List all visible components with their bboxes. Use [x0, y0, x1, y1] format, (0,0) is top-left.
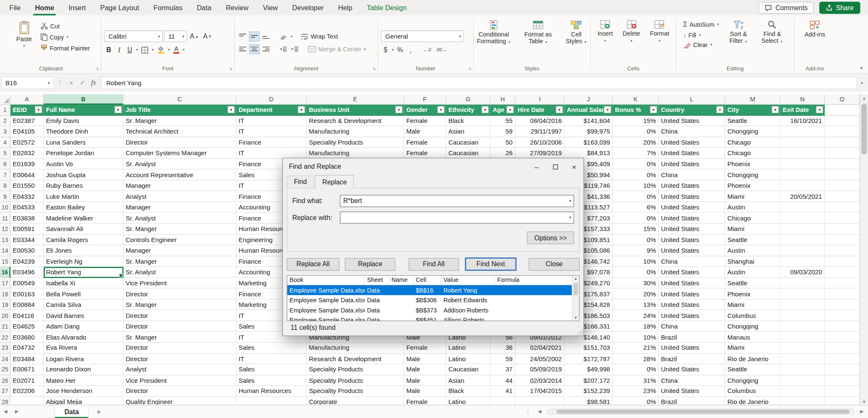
- results-scrollbar[interactable]: ▲ ▼: [572, 276, 579, 320]
- cell-M18[interactable]: Phoenix: [725, 289, 781, 300]
- cell-A11[interactable]: E03838: [11, 213, 44, 224]
- cell-M14[interactable]: Austin: [725, 245, 781, 256]
- tab-home[interactable]: Home: [28, 0, 61, 16]
- cell-H24[interactable]: 59: [490, 354, 515, 365]
- vertical-scrollbar[interactable]: ▲ ▼: [860, 94, 868, 405]
- cell-M20[interactable]: Columbus: [725, 310, 781, 321]
- tab-page-layout[interactable]: Page Layout: [93, 0, 147, 16]
- tab-replace[interactable]: Replace: [315, 175, 354, 188]
- cell-A9[interactable]: E04332: [11, 191, 44, 202]
- cell-C10[interactable]: Manager: [123, 202, 236, 213]
- cell-L19[interactable]: United States: [659, 299, 725, 310]
- enter-formula-icon[interactable]: ✓: [77, 79, 88, 86]
- cell-C7[interactable]: Account Representative: [123, 170, 236, 181]
- result-row-1[interactable]: Employee Sample Data.xlsxData$B$16Robert…: [287, 285, 579, 295]
- cell-F23[interactable]: Female: [404, 343, 446, 354]
- cell-O11[interactable]: [825, 213, 860, 224]
- cell-C16[interactable]: Sr. Analyst: [123, 267, 236, 278]
- cell-M10[interactable]: Austin: [725, 202, 781, 213]
- cell-O8[interactable]: [825, 181, 860, 192]
- merge-center-dropdown-icon[interactable]: ▾: [364, 47, 366, 51]
- column-header-K[interactable]: K: [613, 94, 659, 105]
- cell-B15[interactable]: Everleigh Ng: [44, 256, 123, 267]
- options-button[interactable]: Options >>: [527, 231, 574, 244]
- row-header-23[interactable]: 23: [0, 343, 11, 354]
- row-header-21[interactable]: 21: [0, 321, 11, 332]
- tab-view[interactable]: View: [256, 0, 285, 16]
- cell-K17[interactable]: 30%: [613, 278, 659, 289]
- formula-input[interactable]: Robert Yang: [101, 76, 857, 89]
- cell-B28[interactable]: Abigail Mejia: [44, 397, 123, 405]
- number-format-select[interactable]: General▾: [381, 31, 464, 42]
- tab-data[interactable]: Data: [189, 0, 218, 16]
- cell-C2[interactable]: Sr. Manger: [123, 115, 236, 126]
- cell-D24[interactable]: IT: [236, 354, 307, 365]
- cell-O10[interactable]: [825, 202, 860, 213]
- row-header-10[interactable]: 10: [0, 202, 11, 213]
- cell-M11[interactable]: Chicago: [725, 213, 781, 224]
- cell-M27[interactable]: Columbus: [725, 386, 781, 397]
- formula-bar-expand-icon[interactable]: ▾: [857, 81, 867, 85]
- cell-L24[interactable]: Brazil: [659, 354, 725, 365]
- cell-L2[interactable]: United States: [659, 115, 725, 126]
- hscroll-left-icon[interactable]: ◀: [534, 409, 545, 414]
- filter-button-job-title[interactable]: ▾: [228, 106, 235, 113]
- cell-O15[interactable]: [825, 256, 860, 267]
- row-header-4[interactable]: 4: [0, 137, 11, 148]
- conditional-formatting-dropdown-icon[interactable]: ▾: [508, 39, 510, 43]
- filter-button-gender[interactable]: ▾: [437, 106, 445, 113]
- cell-C25[interactable]: Analyst: [123, 365, 236, 376]
- name-box-dropdown-icon[interactable]: ▾: [48, 81, 50, 85]
- cell-O18[interactable]: [825, 289, 860, 300]
- cell-F26[interactable]: Male: [404, 375, 446, 386]
- cell-O22[interactable]: [825, 332, 860, 343]
- cell-F2[interactable]: Female: [404, 115, 446, 126]
- results-column-cell[interactable]: Cell: [414, 276, 441, 284]
- decrease-indent-button[interactable]: [278, 44, 289, 54]
- cell-M15[interactable]: Shanghai: [725, 256, 781, 267]
- cell-L22[interactable]: Brazil: [659, 332, 725, 343]
- cell-F28[interactable]: Female: [404, 397, 446, 405]
- cell-M26[interactable]: Chongqing: [725, 375, 781, 386]
- cell-A19[interactable]: E00884: [11, 299, 44, 310]
- cell-K11[interactable]: 0%: [613, 213, 659, 224]
- cell-G2[interactable]: Black: [446, 115, 490, 126]
- format-dropdown-icon[interactable]: ▾: [659, 39, 660, 42]
- cell-E4[interactable]: Speciality Products: [307, 137, 404, 148]
- bold-button[interactable]: B: [104, 45, 114, 55]
- cell-C26[interactable]: Vice President: [123, 375, 236, 386]
- clear-button[interactable]: Clear▾: [682, 41, 721, 49]
- insert-dropdown-icon[interactable]: ▾: [604, 39, 606, 42]
- cell-L4[interactable]: United States: [659, 137, 725, 148]
- sheet-nav-right-icon[interactable]: ▶: [11, 409, 22, 414]
- cell-E5[interactable]: Manufacturing: [307, 148, 404, 159]
- autosum-dropdown-icon[interactable]: ▾: [717, 22, 719, 26]
- cell-B9[interactable]: Luke Martin: [44, 191, 123, 202]
- cell-K27[interactable]: 23%: [613, 386, 659, 397]
- cell-K21[interactable]: 18%: [613, 321, 659, 332]
- clipboard-dialog-launcher-icon[interactable]: ↘: [95, 67, 99, 71]
- cell-B16[interactable]: Robert Yang: [44, 267, 123, 278]
- filter-button-country[interactable]: ▾: [716, 106, 723, 113]
- row-header-2[interactable]: 2: [0, 115, 11, 126]
- results-column-formula[interactable]: Formula: [495, 276, 570, 284]
- tab-table-design[interactable]: Table Design: [359, 0, 414, 16]
- fill-color-button[interactable]: [155, 45, 166, 55]
- cell-C21[interactable]: Director: [123, 321, 236, 332]
- cell-B22[interactable]: Elias Alvarado: [44, 332, 123, 343]
- cell-L20[interactable]: United States: [659, 310, 725, 321]
- cell-M21[interactable]: Chongqing: [725, 321, 781, 332]
- autosum-button[interactable]: ΣAutoSum▾: [682, 20, 721, 29]
- column-header-B[interactable]: B: [44, 94, 123, 105]
- cell-B26[interactable]: Mateo Her: [44, 375, 123, 386]
- collapse-ribbon-icon[interactable]: ▴: [860, 65, 862, 70]
- cell-A6[interactable]: E01639: [11, 159, 44, 170]
- cell-L21[interactable]: China: [659, 321, 725, 332]
- cell-A27[interactable]: E02206: [11, 386, 44, 397]
- tab-find[interactable]: Find: [287, 176, 314, 188]
- cell-N5[interactable]: [781, 148, 825, 159]
- results-scroll-down-icon[interactable]: ▼: [573, 316, 579, 320]
- cell-B23[interactable]: Eva Rivera: [44, 343, 123, 354]
- results-column-name[interactable]: Name: [389, 276, 413, 284]
- tab-help[interactable]: Help: [331, 0, 360, 16]
